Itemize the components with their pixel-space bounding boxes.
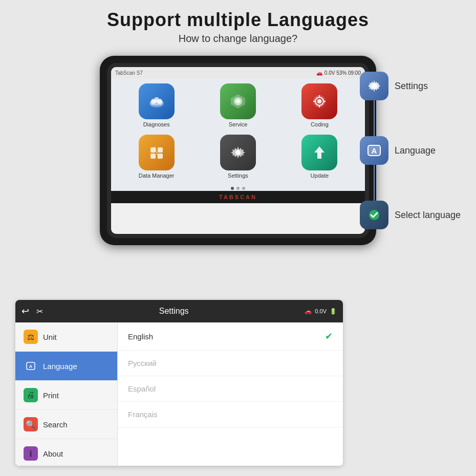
- page-header: Support multiple Languages How to change…: [0, 0, 476, 48]
- select-language-callout-icon: [360, 201, 388, 229]
- settings-icon-app: [220, 135, 256, 170]
- language-callout-icon: A: [360, 136, 388, 165]
- svg-marker-18: [314, 146, 324, 159]
- settings-bar-right: 🚗 0.0V 🔋: [305, 308, 337, 315]
- data-manager-icon: [139, 135, 175, 170]
- app-settings[interactable]: Settings: [201, 135, 275, 179]
- language-menu-icon: A: [24, 359, 38, 373]
- about-menu-icon: ℹ: [24, 446, 38, 461]
- voltage-display: 0.0V: [315, 308, 327, 314]
- data-manager-label: Data Manager: [139, 172, 175, 179]
- panel-body: ⚖ Unit A Language 🖨 Print 🔍 Search: [15, 322, 343, 466]
- lang-item-english[interactable]: English ✔: [118, 322, 343, 351]
- app-diagnoses[interactable]: Diagnoses: [119, 83, 193, 127]
- svg-rect-14: [150, 154, 156, 159]
- search-menu-label: Search: [43, 420, 68, 429]
- lang-item-french[interactable]: Français: [118, 402, 343, 427]
- tablet-inner: TabScan S7 🚗 0.0V 53% 09:00: [107, 63, 369, 238]
- settings-header-bar: ↩ ✂ Settings 🚗 0.0V 🔋: [15, 300, 343, 322]
- lang-french-label: Français: [128, 410, 158, 419]
- sidebar-menu: ⚖ Unit A Language 🖨 Print 🔍 Search: [15, 322, 118, 466]
- sub-title: How to change language?: [0, 33, 476, 45]
- callout-language: A Language: [360, 136, 436, 165]
- status-right: 🚗 0.0V 53% 09:00: [316, 70, 361, 76]
- svg-text:A: A: [371, 146, 377, 155]
- search-menu-icon: 🔍: [24, 417, 38, 431]
- menu-item-language[interactable]: A Language: [15, 352, 117, 381]
- battery-icon: 🔋: [330, 308, 337, 315]
- lang-russian-label: Русский: [128, 359, 157, 367]
- app-service[interactable]: + Service: [201, 83, 275, 127]
- diagnoses-label: Diagnoses: [143, 121, 170, 127]
- brand-bar: TABSCAN: [111, 191, 365, 203]
- svg-rect-4: [155, 97, 159, 102]
- svg-text:A: A: [29, 364, 33, 369]
- diagnoses-icon: [139, 83, 175, 119]
- app-coding[interactable]: Coding: [283, 83, 357, 127]
- main-title: Support multiple Languages: [0, 9, 476, 31]
- lang-item-russian[interactable]: Русский: [118, 351, 343, 376]
- service-icon: +: [220, 83, 256, 119]
- lang-english-check: ✔: [325, 331, 333, 342]
- settings-panel-title: Settings: [159, 307, 189, 316]
- voltage-status: 0.0V 53% 09:00: [324, 70, 361, 76]
- update-label: Update: [311, 172, 329, 179]
- svg-rect-13: [158, 147, 163, 153]
- about-menu-label: About: [43, 449, 63, 458]
- app-update[interactable]: Update: [283, 135, 357, 179]
- lang-spanish-label: Español: [128, 384, 156, 393]
- svg-point-8: [236, 99, 240, 103]
- language-callout-label: Language: [395, 145, 436, 156]
- coding-label: Coding: [311, 121, 329, 127]
- settings-callout-label: Settings: [395, 81, 428, 92]
- unit-menu-icon: ⚖: [24, 330, 38, 344]
- dot-1: [231, 187, 234, 190]
- settings-label-app: Settings: [228, 172, 248, 179]
- dot-3: [242, 187, 245, 190]
- update-icon: [301, 135, 337, 170]
- tablet-device: TabScan S7 🚗 0.0V 53% 09:00: [100, 56, 376, 245]
- car-icon: 🚗: [316, 70, 322, 76]
- print-menu-label: Print: [43, 391, 59, 400]
- settings-callout-icon: [360, 72, 388, 100]
- callout-settings: Settings: [360, 72, 428, 100]
- app-grid: Diagnoses + Service: [111, 78, 365, 184]
- select-language-callout-label: Select language: [395, 210, 461, 221]
- svg-point-11: [317, 99, 321, 103]
- service-label: Service: [229, 121, 248, 127]
- menu-item-unit[interactable]: ⚖ Unit: [15, 322, 117, 352]
- language-list: English ✔ Русский Español Français: [118, 322, 343, 466]
- settings-bar-left: ↩ ✂: [21, 306, 43, 317]
- settings-panel: ↩ ✂ Settings 🚗 0.0V 🔋 ⚖ Unit A: [15, 300, 343, 466]
- coding-icon: [301, 83, 337, 119]
- print-menu-icon: 🖨: [24, 388, 38, 402]
- status-bar: TabScan S7 🚗 0.0V 53% 09:00: [111, 67, 365, 78]
- page-dots: [111, 184, 365, 191]
- device-brand-label: TabScan S7: [115, 70, 143, 76]
- line-1: [374, 100, 375, 136]
- line-2: [374, 165, 375, 201]
- app-data-manager[interactable]: Data Manager: [119, 135, 193, 179]
- menu-item-search[interactable]: 🔍 Search: [15, 410, 117, 439]
- menu-item-about[interactable]: ℹ About: [15, 439, 117, 466]
- lang-item-spanish[interactable]: Español: [118, 376, 343, 402]
- callouts: Settings A Language Select language: [360, 72, 461, 229]
- dot-2: [236, 187, 240, 190]
- language-menu-label: Language: [43, 362, 77, 371]
- menu-item-print[interactable]: 🖨 Print: [15, 381, 117, 410]
- lang-english-label: English: [128, 332, 153, 341]
- scissor-icon[interactable]: ✂: [36, 307, 43, 316]
- unit-menu-label: Unit: [43, 333, 57, 341]
- brand-text: TABSCAN: [219, 194, 257, 200]
- callout-select-language: Select language: [360, 201, 461, 229]
- car-status-icon: 🚗: [305, 308, 312, 315]
- back-icon[interactable]: ↩: [21, 306, 29, 317]
- tablet-screen: TabScan S7 🚗 0.0V 53% 09:00: [111, 67, 365, 234]
